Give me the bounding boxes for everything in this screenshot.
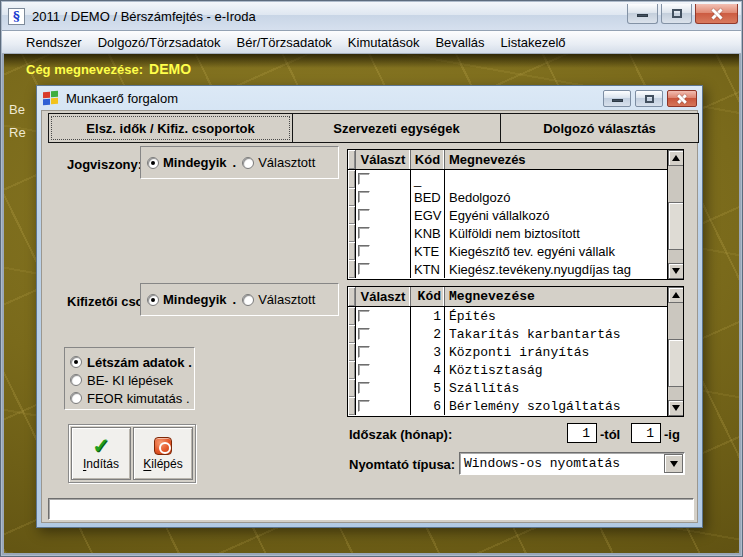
column-header-megnevezes[interactable]: Megnevezés: [445, 150, 667, 169]
table-row[interactable]: _: [348, 170, 667, 188]
row-selector[interactable]: [348, 397, 356, 415]
table-row[interactable]: 5Szállítás: [348, 379, 667, 397]
cell-valaszt: [356, 188, 411, 206]
vertical-scrollbar[interactable]: [667, 287, 683, 416]
column-header-kod[interactable]: Kód: [411, 150, 445, 169]
row-select-checkbox[interactable]: [358, 173, 370, 185]
row-selector[interactable]: [348, 379, 356, 397]
tab-elsz-idok-kifiz-csoportok[interactable]: Elsz. idők / Kifiz. csoportok: [48, 113, 293, 143]
radio-kifizetoi-valasztott[interactable]: [242, 294, 254, 306]
scroll-up-button[interactable]: [668, 287, 684, 303]
row-selector[interactable]: [348, 224, 356, 242]
radio-separator: .: [233, 155, 237, 170]
menu-item-kimutatasok[interactable]: Kimutatások: [340, 33, 428, 52]
menu-item-dolgozo-torzsadatok[interactable]: Dolgozó/Törzsadatok: [90, 33, 229, 52]
printer-type-dropdown[interactable]: Windows-os nyomtatás: [459, 452, 685, 475]
report-option-feor-kimutatas[interactable]: FEOR kimutatás .: [70, 389, 194, 407]
row-select-checkbox[interactable]: [358, 382, 370, 394]
scroll-up-button[interactable]: [668, 150, 684, 166]
cell-valaszt: [356, 343, 411, 361]
column-header-valaszt[interactable]: Választ: [356, 287, 411, 306]
row-select-checkbox[interactable]: [358, 328, 370, 340]
cell-megnevezes: Bérlemény szolgáltatás: [445, 397, 667, 415]
report-type-group: Létszám adatok .BE- KI lépésekFEOR kimut…: [64, 347, 195, 410]
column-header-kod[interactable]: Kód: [411, 287, 445, 306]
row-select-checkbox[interactable]: [358, 245, 370, 257]
row-select-checkbox[interactable]: [358, 400, 370, 412]
close-button[interactable]: [695, 4, 738, 24]
table-row[interactable]: 2Takarítás karbantartás: [348, 325, 667, 343]
table-row[interactable]: KNBKülföldi nem biztosított: [348, 224, 667, 242]
radio-jogviszony-mindegyik[interactable]: [147, 157, 159, 169]
inditas-button[interactable]: ✓ Indítás: [71, 427, 131, 480]
row-selector[interactable]: [348, 325, 356, 343]
row-select-checkbox[interactable]: [358, 191, 370, 203]
dropdown-arrow-button[interactable]: [664, 454, 683, 473]
radio-kifizetoi-mindegyik[interactable]: [147, 294, 159, 306]
report-option-letszam-adatok[interactable]: Létszám adatok .: [70, 353, 194, 371]
minimize-button[interactable]: [627, 4, 658, 24]
scroll-down-button[interactable]: [668, 263, 684, 279]
period-from-input[interactable]: 1: [567, 423, 597, 443]
table-header-row: VálasztKódMegnevezése: [348, 287, 667, 307]
row-select-checkbox[interactable]: [358, 310, 370, 322]
dialog-title: Munkaerő forgalom: [66, 91, 178, 106]
table-row[interactable]: 6Bérlemény szolgáltatás: [348, 397, 667, 415]
row-select-checkbox[interactable]: [358, 364, 370, 376]
radio-icon[interactable]: [70, 374, 82, 386]
menu-item-listakezelo[interactable]: Listakezelő: [493, 33, 574, 52]
row-selector[interactable]: [348, 242, 356, 260]
inditas-button-label: Indítás: [83, 457, 119, 471]
dialog-minimize-button[interactable]: [603, 90, 631, 107]
report-option-be-ki-lepesek[interactable]: BE- KI lépések: [70, 371, 194, 389]
radio-jogviszony-valasztott[interactable]: [242, 157, 254, 169]
vertical-scrollbar[interactable]: [667, 150, 683, 279]
tab-szervezeti-egysegek[interactable]: Szervezeti egységek: [293, 113, 501, 143]
radio-label: Mindegyik: [163, 292, 227, 307]
kilepes-button[interactable]: Kilépés: [133, 427, 193, 480]
chevron-down-icon: [670, 461, 678, 467]
scrollbar-thumb[interactable]: [668, 339, 684, 387]
table-row[interactable]: 3Központi irányítás: [348, 343, 667, 361]
row-select-checkbox[interactable]: [358, 209, 370, 221]
scrollbar-thumb[interactable]: [668, 202, 684, 250]
row-gutter: [348, 150, 356, 169]
period-to-suffix: -ig: [664, 427, 680, 442]
row-selector[interactable]: [348, 260, 356, 278]
row-selector[interactable]: [348, 188, 356, 206]
menu-item-ber-torzsadatok[interactable]: Bér/Törzsadatok: [228, 33, 339, 52]
menu-item-rendszer[interactable]: Rendszer: [18, 33, 90, 52]
row-select-checkbox[interactable]: [358, 263, 370, 275]
row-select-checkbox[interactable]: [358, 227, 370, 239]
row-selector[interactable]: [348, 343, 356, 361]
row-selector[interactable]: [348, 170, 356, 188]
dialog-client-area: Elsz. idők / Kifiz. csoportokSzervezeti …: [41, 110, 698, 523]
table-row[interactable]: 1Építés: [348, 307, 667, 325]
radio-icon[interactable]: [70, 392, 82, 404]
scroll-down-button[interactable]: [668, 400, 684, 416]
cell-kod: 3: [411, 343, 445, 361]
dialog-maximize-button[interactable]: [635, 90, 663, 107]
row-selector[interactable]: [348, 361, 356, 379]
dialog-close-button[interactable]: [667, 90, 697, 107]
table-row[interactable]: BEDBedolgozó: [348, 188, 667, 206]
table-row[interactable]: EGVEgyéni vállalkozó: [348, 206, 667, 224]
kilepes-button-label: Kilépés: [143, 457, 182, 471]
row-selector[interactable]: [348, 307, 356, 325]
table-row[interactable]: KTNKiegész.tevékeny.nyugdíjas tag: [348, 260, 667, 278]
tab-dolgozo-valasztas[interactable]: Dolgozó választás: [501, 113, 699, 143]
company-name-label: Cég megnevezése:: [26, 62, 143, 77]
row-selector[interactable]: [348, 206, 356, 224]
period-to-input[interactable]: 1: [631, 423, 661, 443]
cell-megnevezes: Szállítás: [445, 379, 667, 397]
table-row[interactable]: 4Köztisztaság: [348, 361, 667, 379]
cell-valaszt: [356, 260, 411, 278]
screen: § 2011 / DEMO / Bérszámfejtés - e-Iroda …: [0, 0, 743, 557]
column-header-megnevezese[interactable]: Megnevezése: [445, 287, 667, 306]
table-row[interactable]: KTEKiegészítő tev. egyéni vállalk: [348, 242, 667, 260]
maximize-button[interactable]: [661, 4, 692, 24]
menu-item-bevallas[interactable]: Bevallás: [427, 33, 492, 52]
radio-icon[interactable]: [70, 356, 82, 368]
row-select-checkbox[interactable]: [358, 346, 370, 358]
column-header-valaszt[interactable]: Választ: [356, 150, 411, 169]
